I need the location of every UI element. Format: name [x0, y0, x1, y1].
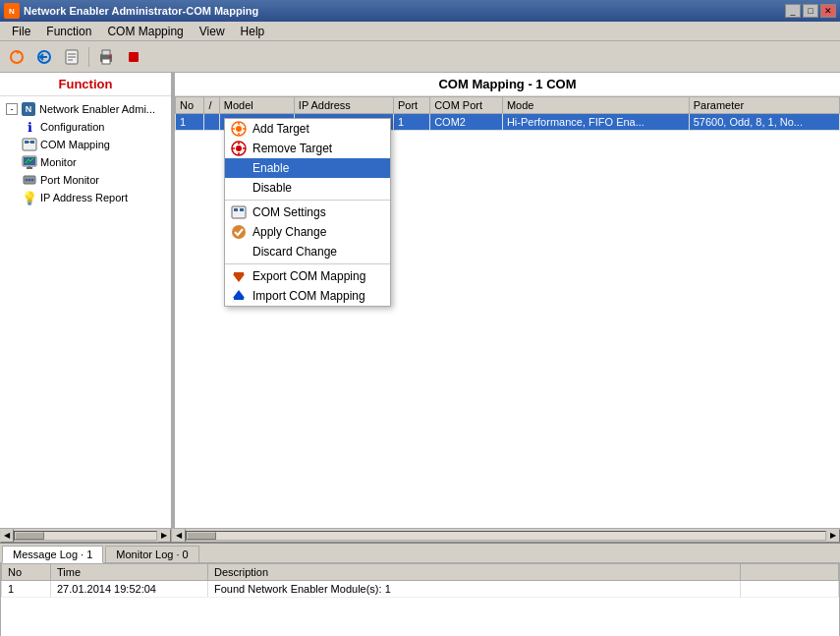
import-icon	[231, 288, 247, 304]
svg-point-45	[232, 225, 246, 239]
minimize-button[interactable]: _	[785, 4, 801, 18]
tree-item-port-monitor[interactable]: Port Monitor	[20, 171, 167, 189]
right-scroll-area: ◀ ▶	[172, 529, 840, 542]
svg-rect-12	[129, 52, 139, 62]
ctx-enable[interactable]: Enable	[225, 158, 390, 178]
refresh-button[interactable]	[4, 45, 29, 69]
left-scroll-left[interactable]: ◀	[0, 529, 14, 543]
log-row[interactable]: 1 27.01.2014 19:52:04 Found Network Enab…	[2, 581, 839, 598]
tree-root-label: Network Enabler Admi...	[39, 103, 155, 115]
tree-label-com-mapping: COM Mapping	[40, 139, 110, 150]
ctx-apply-change-label: Apply Change	[252, 225, 326, 239]
col-parameter: Parameter	[689, 97, 839, 114]
com-settings-icon	[231, 204, 247, 220]
tree-item-com-mapping[interactable]: COM Mapping	[20, 136, 167, 153]
ctx-remove-target-label: Remove Target	[252, 142, 332, 155]
right-scroll-thumb[interactable]	[187, 532, 216, 540]
svg-rect-44	[240, 208, 244, 211]
svg-rect-15	[23, 139, 36, 150]
cell-port: 1	[393, 114, 429, 131]
tab-monitor-log[interactable]: Monitor Log · 0	[105, 546, 198, 562]
svg-point-11	[109, 56, 111, 58]
tree-area: - N Network Enabler Admi... ℹ Configurat…	[0, 96, 171, 528]
left-scroll-track[interactable]	[14, 531, 157, 541]
tree-label-port-monitor: Port Monitor	[40, 174, 99, 186]
col-com-port: COM Port	[430, 97, 503, 114]
svg-rect-10	[102, 59, 110, 64]
close-button[interactable]: ✕	[820, 4, 836, 18]
ctx-com-settings[interactable]: COM Settings	[225, 202, 390, 222]
function-header: Function	[0, 73, 171, 96]
ctx-export-com-mapping[interactable]: Export COM Mapping	[225, 266, 390, 286]
menu-com-mapping[interactable]: COM Mapping	[99, 23, 191, 40]
ctx-disable[interactable]: Disable	[225, 178, 390, 198]
svg-point-28	[28, 179, 31, 182]
tree-label-monitor: Monitor	[40, 156, 77, 168]
col-mode: Mode	[502, 97, 689, 114]
ctx-add-target[interactable]: Add Target	[225, 119, 390, 139]
col-no: No	[176, 97, 204, 114]
right-panel: COM Mapping - 1 COM No / Model IP Addres…	[175, 73, 840, 528]
menu-file[interactable]: File	[4, 23, 38, 40]
title-bar: N Network Enabler Administrator-COM Mapp…	[0, 0, 840, 22]
cell-no: 1	[176, 114, 204, 131]
ctx-export-label: Export COM Mapping	[252, 269, 365, 283]
svg-point-27	[26, 179, 28, 182]
log-table-wrapper: No Time Description 1 27.01.2014 19:52:0…	[0, 562, 840, 636]
ctx-separator-2	[225, 263, 390, 264]
log-col-time: Time	[51, 564, 208, 581]
export-icon	[231, 268, 247, 284]
back-button[interactable]	[31, 45, 57, 69]
left-panel: Function - N Network Enabler Admi... ℹ C…	[0, 73, 172, 528]
toolbar-separator	[88, 47, 89, 67]
left-scroll-right[interactable]: ▶	[157, 529, 171, 543]
menu-help[interactable]: Help	[233, 23, 273, 40]
ctx-apply-change[interactable]: Apply Change	[225, 222, 390, 242]
ctx-remove-target[interactable]: Remove Target	[225, 139, 390, 158]
ctx-add-target-label: Add Target	[252, 122, 309, 136]
ctx-disable-label: Disable	[252, 181, 292, 195]
tree-expand-icon[interactable]: -	[6, 103, 18, 115]
log-cell-time: 27.01.2014 19:52:04	[51, 581, 208, 598]
log-tabs: Message Log · 1 Monitor Log · 0	[0, 544, 840, 562]
browse-button[interactable]	[59, 45, 84, 69]
cell-flag	[204, 114, 219, 131]
left-scroll-thumb[interactable]	[15, 532, 44, 540]
col-ip: IP Address	[294, 97, 393, 114]
right-scroll-right[interactable]: ▶	[826, 529, 840, 542]
ip-report-icon: 💡	[22, 190, 37, 205]
print-button[interactable]	[93, 45, 119, 69]
svg-text:N: N	[26, 104, 32, 114]
tree-label-ip-report: IP Address Report	[40, 192, 128, 203]
tab-message-log[interactable]: Message Log · 1	[2, 546, 103, 563]
svg-rect-43	[234, 208, 238, 211]
menu-function[interactable]: Function	[38, 23, 99, 40]
panels-scrollbar: ◀ ▶ ◀ ▶	[0, 528, 840, 542]
ctx-import-com-mapping[interactable]: Import COM Mapping	[225, 286, 390, 306]
stop-button[interactable]	[121, 45, 146, 69]
monitor-icon	[22, 154, 37, 170]
right-scroll-track[interactable]	[186, 531, 826, 541]
tree-item-ip-address-report[interactable]: 💡 IP Address Report	[20, 189, 167, 206]
svg-rect-16	[25, 141, 28, 144]
menu-view[interactable]: View	[192, 23, 233, 40]
tree-item-monitor[interactable]: Monitor	[20, 153, 167, 171]
add-target-icon	[231, 121, 247, 137]
com-mapping-icon	[22, 137, 37, 152]
log-col-extra	[741, 564, 839, 581]
com-mapping-header: COM Mapping - 1 COM	[175, 73, 840, 96]
col-port: Port	[393, 97, 429, 114]
main-area: Function - N Network Enabler Admi... ℹ C…	[0, 73, 840, 528]
right-scroll-left[interactable]: ◀	[172, 529, 186, 542]
ctx-discard-change[interactable]: Discard Change	[225, 242, 390, 261]
maximize-button[interactable]: □	[803, 4, 818, 18]
menu-bar: File Function COM Mapping View Help	[0, 22, 840, 41]
app-icon: N	[4, 3, 20, 19]
col-model: Model	[219, 97, 294, 114]
ctx-discard-change-label: Discard Change	[252, 245, 337, 259]
log-table: No Time Description 1 27.01.2014 19:52:0…	[1, 563, 839, 598]
tree-root[interactable]: - N Network Enabler Admi...	[4, 100, 167, 118]
tree-item-configuration[interactable]: ℹ Configuration	[20, 118, 167, 136]
window-title: Network Enabler Administrator-COM Mappin…	[24, 5, 258, 17]
col-flag: /	[204, 97, 219, 114]
